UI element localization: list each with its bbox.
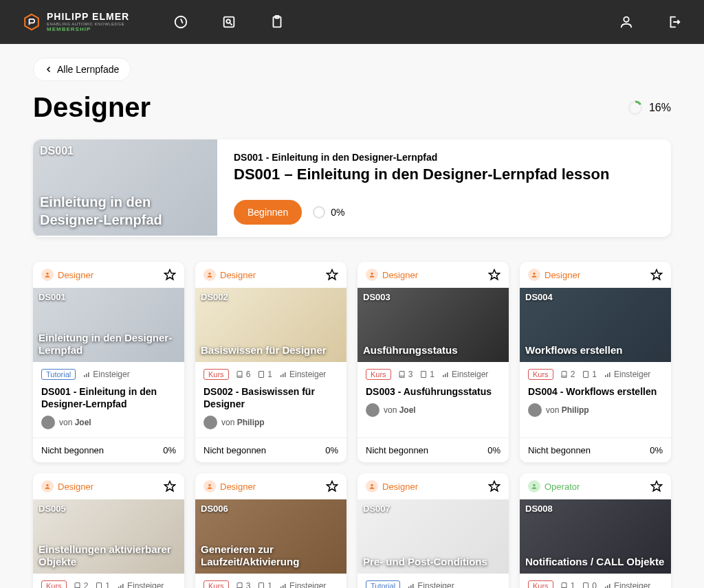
author: von Joel [358,403,509,425]
svg-point-27 [46,484,48,486]
card-image: DS006 Generieren zur Laufzeit/Aktivierun… [195,499,346,574]
star-icon[interactable] [488,269,500,281]
svg-rect-11 [88,372,89,377]
overall-progress: 16% [627,100,671,116]
star-icon[interactable] [488,480,500,493]
card-meta: Kurs31Einsteiger [195,574,346,588]
book-icon [236,582,244,588]
logout-icon[interactable] [667,14,682,30]
progress-ring-icon [627,100,644,116]
books-count: 3 [236,581,251,588]
avatar [204,416,217,429]
category[interactable]: Designer [204,269,256,281]
begin-button[interactable]: Beginnen [234,200,302,225]
progress-pct: 0% [650,445,663,455]
card-overlay: Notifications / CALL Objekte [525,556,666,568]
featured-card[interactable]: DS001 Einleitung in den Designer-Lernpfa… [33,139,671,237]
star-icon[interactable] [326,269,338,281]
star-icon[interactable] [164,269,176,281]
star-icon[interactable] [326,480,338,493]
course-card[interactable]: Designer DS006 Generieren zur Laufzeit/A… [195,473,346,588]
chevron-left-icon [45,65,53,74]
star-icon[interactable] [650,480,663,493]
status-label: Nicht begonnen [204,445,266,455]
bars-icon [82,370,91,378]
page-title: Designer [33,92,151,123]
course-card[interactable]: Operator DS008 Notifications / CALL Obje… [520,473,671,588]
course-grid: Designer DS001 Einleitung in den Designe… [33,262,671,588]
page-icon [95,582,103,588]
svg-rect-39 [410,585,412,588]
card-code: DS005 [38,504,66,514]
star-icon[interactable] [650,269,663,281]
svg-rect-15 [283,374,284,377]
svg-rect-13 [259,372,264,378]
search-user-icon[interactable] [221,14,236,30]
category[interactable]: Operator [528,480,580,493]
pages-count: 1 [95,581,110,588]
category[interactable]: Designer [528,269,580,281]
gauge-icon[interactable] [173,14,188,30]
category-label: Designer [382,270,418,280]
card-image: DS004 Workflows erstellen [520,288,671,362]
user-icon[interactable] [619,14,634,30]
logo-icon [22,12,41,32]
card-overlay: Einstellungen aktivierbarer Objekte [38,543,179,568]
overall-progress-value: 16% [649,102,671,114]
card-image: DS003 Ausführungsstatus [358,288,509,362]
level-label: Einsteiger [441,370,488,379]
category-label: Designer [382,482,418,492]
featured-code: DS001 [40,145,74,157]
badge-kurs: Kurs [204,369,229,380]
card-code: DS003 [363,292,390,302]
course-card[interactable]: Designer DS003 Ausführungsstatus Kurs31E… [358,262,509,462]
svg-rect-44 [607,585,608,588]
category[interactable]: Designer [41,480,94,493]
svg-rect-35 [283,585,284,588]
course-card[interactable]: Designer DS001 Einleitung in den Designe… [33,262,184,462]
logo-member: MEMBERSHIP [47,27,129,33]
clipboard-icon[interactable] [270,14,285,30]
card-code: DS006 [201,504,228,514]
svg-point-32 [208,484,210,486]
course-card[interactable]: Designer DS004 Workflows erstellen Kurs2… [520,262,671,462]
category[interactable]: Designer [366,269,418,281]
logo[interactable]: PHILIPP ELMER ENABLING AUTOMIC KNOWLEDGE… [22,12,129,33]
course-card[interactable]: Designer DS002 Basiswissen für Designer … [195,262,346,462]
card-meta: Kurs31Einsteiger [358,362,509,383]
card-overlay: Ausführungsstatus [363,344,503,357]
course-card[interactable]: Designer DS007 Pre- und Post-Conditions … [358,473,509,588]
badge-tutorial: Tutorial [366,580,400,588]
level-label: Einsteiger [279,370,326,379]
page-icon [419,370,428,378]
card-title: DS002 - Basiswissen für Designer [195,383,346,416]
category[interactable]: Designer [366,480,418,493]
badge-tutorial: Tutorial [41,369,76,380]
svg-rect-10 [86,374,87,377]
category-label: Designer [58,270,94,280]
svg-rect-20 [445,374,446,377]
page-icon [582,370,590,378]
svg-rect-26 [609,372,610,377]
pages-count: 1 [419,370,434,379]
page-icon [257,370,265,378]
level-label: Einsteiger [604,581,650,588]
person-icon [41,480,54,493]
author: von Philipp [195,416,346,438]
bars-icon [407,582,415,588]
svg-rect-24 [605,375,606,377]
category[interactable]: Designer [204,480,256,493]
star-icon[interactable] [164,480,176,493]
top-header: PHILIPP ELMER ENABLING AUTOMIC KNOWLEDGE… [0,0,704,44]
pages-count: 1 [257,581,272,588]
course-card[interactable]: Designer DS005 Einstellungen aktivierbar… [33,473,184,588]
bars-icon [117,582,125,588]
svg-rect-1 [224,17,234,27]
back-button[interactable]: Alle Lernpfade [33,58,131,81]
author: von Joel [33,416,184,438]
category[interactable]: Designer [41,269,94,281]
level-label: Einsteiger [407,581,454,588]
badge-kurs: Kurs [41,580,67,588]
svg-rect-16 [285,372,286,377]
card-image: DS002 Basiswissen für Designer [195,288,346,362]
